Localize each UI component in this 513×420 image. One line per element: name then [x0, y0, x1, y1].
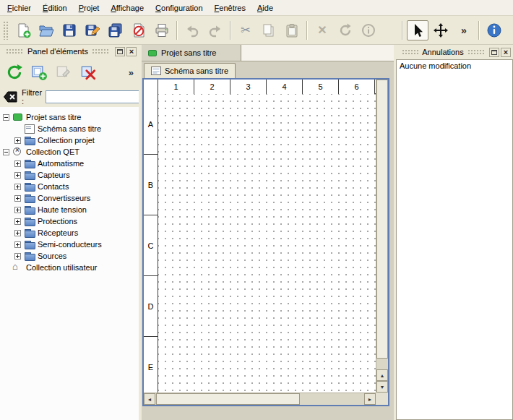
tree-expander-icon[interactable] [14, 230, 21, 236]
tree-expander-icon[interactable] [14, 195, 21, 202]
tree-expander-icon[interactable] [14, 160, 21, 167]
float-panel-button[interactable] [489, 48, 499, 57]
panel-drag-handle[interactable] [6, 48, 24, 54]
tree-item-icon [24, 136, 35, 145]
menu-item[interactable]: Aide [251, 0, 279, 15]
tree-expander-icon[interactable] [14, 241, 21, 248]
new-file-icon [15, 22, 31, 38]
float-icon [117, 49, 123, 54]
tree-item[interactable]: Projet sans titre [0, 111, 139, 123]
tree-expander-icon[interactable] [14, 184, 21, 190]
delete-element-button[interactable] [77, 61, 99, 83]
paste-button[interactable] [281, 20, 303, 40]
tree-item[interactable]: Haute tension [0, 204, 139, 215]
tree-expander-icon[interactable] [14, 207, 21, 213]
close-panel-button[interactable] [501, 48, 511, 57]
tree-item[interactable]: Protections [0, 215, 139, 227]
schema-tab-label: Schéma sans titre [165, 67, 228, 75]
tree-item-label: Sources [38, 252, 66, 260]
redo-button[interactable] [204, 20, 226, 40]
toolbar-overflow-button[interactable]: » [453, 20, 475, 40]
save-as-button[interactable] [82, 20, 103, 40]
copy-button[interactable] [258, 20, 280, 40]
save-all-button[interactable] [105, 20, 126, 40]
scroll-down-button[interactable] [376, 381, 388, 393]
close-panel-button[interactable] [126, 47, 137, 56]
select-mode-button[interactable] [407, 20, 428, 40]
close-file-icon [131, 22, 147, 38]
tree-item[interactable]: Collection projet [0, 134, 139, 146]
vertical-scrollbar-thumb[interactable] [376, 80, 388, 359]
panel-drag-handle[interactable] [402, 49, 418, 55]
panel-drag-handle[interactable] [467, 49, 484, 55]
elements-tree: Projet sans titre Schéma sans titre Coll… [0, 107, 139, 420]
tree-item[interactable]: Sources [0, 250, 139, 262]
tree-item[interactable]: Schéma sans titre [0, 123, 139, 134]
menu-item[interactable]: Fichier [1, 0, 37, 15]
clear-filter-button[interactable] [4, 91, 18, 103]
undo-history-list: Aucune modification [396, 59, 513, 420]
filter-input[interactable] [46, 90, 152, 103]
save-all-icon [108, 22, 124, 38]
menu-item[interactable]: Édition [37, 0, 73, 15]
vertical-scrollbar[interactable] [376, 80, 388, 393]
horizontal-scrollbar-thumb[interactable] [156, 393, 300, 405]
toolbar-grip[interactable] [3, 21, 9, 40]
diagram-canvas[interactable] [158, 94, 376, 393]
tree-item[interactable]: Récepteurs [0, 227, 139, 239]
tree-expander-icon[interactable] [14, 218, 21, 225]
scroll-left-button[interactable] [144, 393, 155, 405]
new-element-icon [30, 64, 48, 81]
undo-button[interactable] [181, 20, 203, 40]
tree-item[interactable]: Convertisseurs [0, 192, 139, 204]
about-button[interactable] [483, 20, 505, 40]
toolbar-separator [478, 21, 480, 40]
tree-expander-icon[interactable] [14, 253, 21, 260]
menu-item[interactable]: Configuration [150, 0, 208, 15]
move-mode-button[interactable] [430, 20, 452, 40]
panel-overflow-button[interactable]: » [129, 67, 134, 78]
tree-expander-icon[interactable] [3, 149, 9, 155]
tree-item[interactable]: Capteurs [0, 169, 139, 181]
delete-button[interactable]: ✕ [311, 20, 333, 40]
row-ruler-label: D [144, 276, 158, 337]
menu-item[interactable]: Affichage [105, 0, 150, 15]
tree-item[interactable]: Semi-conducteurs [0, 239, 139, 250]
diagram-view: 1 2 3 4 5 6 [142, 78, 389, 406]
print-button[interactable] [151, 20, 173, 40]
cut-button[interactable]: ✂ [235, 20, 256, 40]
new-element-button[interactable] [28, 61, 50, 83]
toolbar-separator [306, 21, 308, 40]
tree-expander-icon[interactable] [14, 137, 21, 144]
reload-collections-button[interactable] [4, 61, 25, 83]
save-button[interactable] [59, 20, 80, 40]
scroll-up-button[interactable] [376, 369, 388, 381]
menu-item[interactable]: Projet [73, 0, 105, 15]
tree-item[interactable]: Collection QET [0, 146, 139, 158]
new-project-button[interactable] [12, 20, 34, 40]
edit-element-button[interactable] [53, 61, 74, 83]
tree-expander-icon[interactable] [3, 114, 9, 121]
dock-area: Panel d'éléments » Filtrer : [0, 45, 513, 420]
info-gray-icon [361, 22, 376, 38]
tree-item[interactable]: Automatisme [0, 158, 139, 169]
tree-item-label: Collection utilisateur [26, 263, 97, 272]
undo-history-item[interactable]: Aucune modification [397, 60, 512, 72]
conductor-info-button[interactable] [358, 20, 379, 40]
close-project-button[interactable] [128, 20, 150, 40]
tree-expander-icon[interactable] [14, 172, 21, 179]
schema-icon [151, 67, 161, 75]
panel-drag-handle[interactable] [92, 48, 110, 54]
horizontal-scrollbar[interactable] [144, 393, 376, 405]
open-project-button[interactable] [35, 20, 57, 40]
tree-item[interactable]: Collection utilisateur [0, 262, 139, 273]
scroll-right-button[interactable] [364, 393, 376, 405]
undo-panel-title-bar: Annulations [396, 45, 513, 59]
tree-item[interactable]: Contacts [0, 181, 139, 192]
float-panel-button[interactable] [115, 47, 125, 56]
rotate-button[interactable] [335, 20, 356, 40]
menu-item[interactable]: Fenêtres [209, 0, 251, 15]
project-tab[interactable]: Projet sans titre [142, 45, 241, 61]
delete-icon: ✕ [317, 25, 327, 36]
schema-tab[interactable]: Schéma sans titre [144, 63, 236, 78]
